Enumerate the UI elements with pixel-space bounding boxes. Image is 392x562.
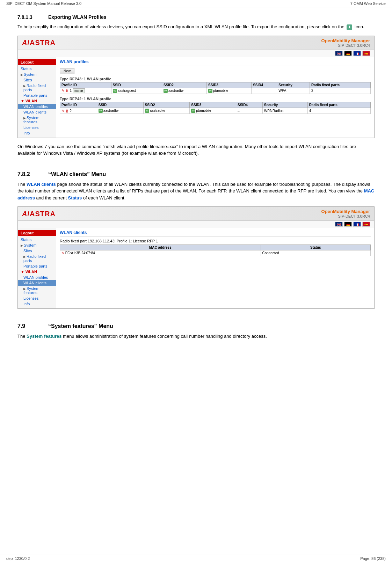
sidebar-sysfeatures-1[interactable]: ▶System features (18, 115, 56, 125)
sidebar-sysfeatures-2[interactable]: ▶System features (18, 286, 56, 295)
cell-edit-2[interactable]: ✎ 🗑 2 (60, 108, 97, 114)
wifi-icon-2: W (164, 89, 168, 93)
page-wrapper: SIP–DECT OM System Manual Release 3.0 7 … (0, 0, 392, 562)
flag-uk-2[interactable]: 🇬🇧 (335, 222, 343, 227)
cell-edit-1[interactable]: ✎ 🗑 1 export (60, 88, 111, 94)
sidebar-logout-2[interactable]: Logout (18, 230, 56, 236)
col-rfp-2: Radio fixed parts (307, 102, 370, 108)
section-7813-heading: 7.8.1.3 Exporting WLAN Profiles (17, 14, 375, 20)
omm-logo-2: A/ASTRA (22, 209, 56, 218)
section-7813-num: 7.8.1.3 (17, 14, 45, 20)
main-content: 7.8.1.3 Exporting WLAN Profiles To help … (0, 7, 392, 354)
footer-bar: depl-1230/0.2 Page: 86 (238) (0, 555, 392, 562)
status-link[interactable]: Status (68, 195, 82, 200)
type2-header: Type RFP42: 1 WLAN profile (60, 97, 371, 101)
btn-new-1[interactable]: New (60, 68, 74, 74)
sidebar-sites-2[interactable]: Sites (18, 248, 56, 254)
sidebar-wlan-2: ▼ WLAN (18, 269, 56, 275)
sidebar-portable-1[interactable]: Portable parts (18, 93, 56, 98)
footer-left: depl-1230/0.2 (6, 556, 30, 561)
omm-sidebar-2: Logout Status ▶System Sites ▶Radio fixed… (18, 228, 56, 308)
screenshot-wlan-profiles: A/ASTRA OpenMobility Manager SIP-DECT 3.… (17, 36, 375, 138)
col-status: Status (261, 245, 370, 250)
sidebar-info-1[interactable]: Info (18, 130, 56, 136)
export-btn-1[interactable]: export (73, 88, 85, 93)
omm-title-1: OpenMobility Manager SIP-DECT 3.0RC4 (321, 38, 370, 48)
section-7813-para2: On Windows 7 you can use the command “ne… (17, 143, 375, 157)
cell-ssid3-1: Wptamobile (207, 88, 252, 94)
omm-page-title-2: WLAN clients (60, 230, 371, 237)
col-ssid3-1: SSID3 (207, 82, 252, 88)
export-icon: ⬇ (347, 24, 352, 30)
col-security-2: Security (262, 102, 307, 108)
cell-ssid-2: Waastradtw (97, 108, 143, 114)
content-area: 7.8.1.3 Exporting WLAN Profiles To help … (0, 7, 392, 562)
wifi-icon-4: W (99, 109, 103, 113)
col-ssid-2: SSID (97, 102, 143, 108)
omm-main-1: WLAN profiles New Type RFP43: 1 WLAN pro… (56, 57, 374, 138)
flag-de-2[interactable]: 🇩🇪 (344, 222, 352, 227)
section-782-para1: The WLAN clients page shows the status o… (17, 181, 375, 202)
sidebar-licenses-1[interactable]: Licenses (18, 125, 56, 130)
section-782-num: 7.8.2 (17, 171, 45, 177)
omm-page-title-1: WLAN profiles (60, 59, 371, 66)
omm-flags-2: 🇬🇧 🇩🇪 🇫🇷 🇪🇸 (18, 221, 374, 228)
cell-ssid2-2: Waastradtw (143, 108, 190, 114)
omm-body-1: Logout Status ▶System Sites ▶Radio fixed… (18, 57, 374, 138)
wlan-clients-link[interactable]: WLAN clients (27, 182, 56, 187)
col-ssid-1: SSID (111, 82, 162, 88)
header-left: SIP–DECT OM System Manual Release 3.0 (6, 1, 81, 6)
sidebar-logout-1[interactable]: Logout (18, 59, 56, 65)
flag-fr-1[interactable]: 🇫🇷 (353, 51, 361, 56)
sidebar-info-2[interactable]: Info (18, 301, 56, 307)
sidebar-wlan-clients-1[interactable]: WLAN clients (18, 109, 56, 115)
col-security-1: Security (277, 82, 310, 88)
wifi-icon-6: W (191, 109, 195, 113)
sysfeatures-link[interactable]: System features (27, 334, 61, 339)
cell-rfp-1: 2 (310, 88, 370, 94)
wlan-row-2: ✎ 🗑 2 Waastradtw Waastradtw Wptamobile –… (60, 108, 371, 114)
sidebar-rfp-2[interactable]: ▶Radio fixed parts (18, 254, 56, 263)
sidebar-licenses-2[interactable]: Licenses (18, 295, 56, 301)
sidebar-status-2[interactable]: Status (18, 237, 56, 242)
col-ssid4-1: SSID4 (252, 82, 277, 88)
col-profileid-1: Profile ID (60, 82, 111, 88)
divider-2 (17, 316, 375, 316)
flag-es-1[interactable]: 🇪🇸 (362, 51, 370, 56)
flag-uk-1[interactable]: 🇬🇧 (335, 51, 343, 56)
sidebar-wlan-profiles-2[interactable]: WLAN profiles (18, 275, 56, 280)
section-79-heading: 7.9 “System features” Menu (17, 323, 375, 329)
col-profileid-2: Profile ID (60, 102, 97, 108)
section-79-num: 7.9 (17, 323, 45, 329)
header-bar: SIP–DECT OM System Manual Release 3.0 7 … (0, 0, 392, 7)
screenshot-wlan-clients: A/ASTRA OpenMobility Manager SIP-DECT 3.… (17, 206, 375, 309)
sidebar-wlan-clients-2[interactable]: WLAN clients (18, 280, 56, 286)
wifi-icon-1: W (113, 89, 117, 93)
col-ssid4-2: SSID4 (236, 102, 263, 108)
cell-ssid4-2: – (236, 108, 263, 114)
cell-mac-1: ✎ FC:A1:3B:24:07:84 (60, 250, 261, 256)
sidebar-rfp-1[interactable]: ▶Radio fixed parts (18, 83, 56, 93)
col-ssid3-2: SSID3 (190, 102, 236, 108)
sidebar-portable-2[interactable]: Portable parts (18, 263, 56, 269)
type1-header: Type RFP43: 1 WLAN profile (60, 77, 371, 81)
col-ssid2-1: SSID2 (162, 82, 206, 88)
wifi-icon-3: W (208, 89, 212, 93)
cell-ssid-1: Waastraguest (111, 88, 162, 94)
sidebar-system-1[interactable]: ▶System (18, 72, 56, 77)
sidebar-sites-1[interactable]: Sites (18, 77, 56, 83)
omm-main-2: WLAN clients Radio fixed part 192.168.11… (56, 228, 374, 308)
flag-fr-2[interactable]: 🇫🇷 (353, 222, 361, 227)
sidebar-wlan-profiles-1[interactable]: WLAN profiles (18, 104, 56, 109)
divider-1 (17, 164, 375, 164)
flag-de-1[interactable]: 🇩🇪 (344, 51, 352, 56)
sidebar-system-2[interactable]: ▶System (18, 242, 56, 248)
omm-header-1: A/ASTRA OpenMobility Manager SIP-DECT 3.… (18, 36, 374, 50)
header-right: 7 OMM Web Service (350, 1, 386, 6)
sidebar-status-1[interactable]: Status (18, 66, 56, 72)
footer-right: Page: 86 (238) (360, 556, 386, 561)
flag-es-2[interactable]: 🇪🇸 (362, 222, 370, 227)
col-ssid2-2: SSID2 (143, 102, 190, 108)
client-row-1: ✎ FC:A1:3B:24:07:84 Connected (60, 250, 371, 256)
section-7813-para1: To help simplify the configuration of wi… (17, 23, 375, 30)
